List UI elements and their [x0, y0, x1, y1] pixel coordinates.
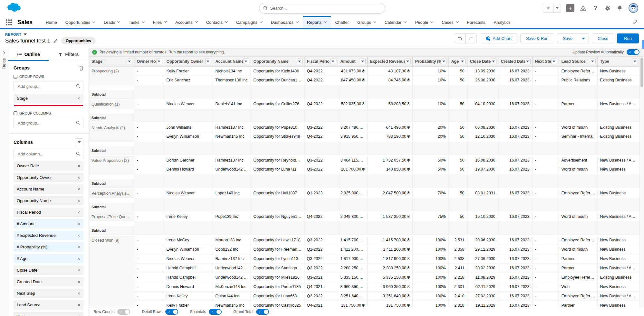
detail-rows-switch[interactable]: ✓ [165, 309, 178, 315]
nav-tab-opportunities[interactable]: Opportunities [61, 16, 100, 28]
nav-tab-accounts[interactable]: Accounts [171, 16, 202, 28]
remove-icon[interactable]: × [77, 175, 80, 180]
save-dropdown-icon[interactable] [578, 33, 589, 43]
column-pill-lead-source[interactable]: Lead Source× [14, 300, 83, 310]
column-header-close-date[interactable]: Close Date [467, 57, 498, 66]
add-group-input[interactable] [14, 81, 83, 91]
column-pill-age[interactable]: # Age× [14, 254, 83, 263]
column-header-owner-role[interactable]: Owner Role [134, 57, 164, 66]
save-and-run-button[interactable]: Save & Run [520, 33, 554, 43]
close-button[interactable]: Close [592, 33, 614, 43]
nav-tab-tasks[interactable]: Tasks [124, 16, 149, 28]
column-menu-icon[interactable] [243, 59, 249, 64]
column-menu-icon[interactable] [297, 59, 303, 64]
columns-menu-button[interactable] [75, 138, 83, 146]
remove-icon[interactable]: × [77, 221, 80, 226]
add-group-columns-input[interactable] [14, 118, 83, 128]
favorites-star-icon[interactable]: ★ [543, 4, 554, 13]
nav-tab-reports[interactable]: Reports [303, 16, 331, 28]
column-header-account-name[interactable]: Account Name [213, 57, 251, 66]
trailhead-icon[interactable] [580, 5, 587, 12]
app-launcher-icon[interactable] [6, 19, 12, 25]
remove-icon[interactable]: × [77, 256, 80, 261]
column-header-age[interactable]: Age [448, 57, 467, 66]
salesforce-logo[interactable] [6, 2, 23, 14]
nav-tab-analytics[interactable]: Analytics [490, 16, 515, 28]
nav-tab-cases[interactable]: Cases [437, 16, 463, 28]
column-menu-icon[interactable] [590, 59, 596, 64]
subtotals-switch[interactable]: ✓ [209, 309, 222, 315]
grand-total-switch[interactable]: ✓ [256, 309, 269, 315]
nav-tab-calendar[interactable]: Calendar [380, 16, 411, 28]
avatar[interactable] [629, 3, 638, 13]
column-menu-icon[interactable] [525, 59, 531, 64]
remove-icon[interactable]: × [77, 163, 80, 168]
nav-tab-contacts[interactable]: Contacts [202, 16, 232, 28]
nav-tab-leads[interactable]: Leads [100, 16, 124, 28]
column-header-lead-source[interactable]: Lead Source [559, 57, 597, 66]
remove-icon[interactable]: × [77, 187, 80, 191]
update-preview-toggle[interactable]: ✓ [627, 49, 639, 55]
column-pill-opportunity-owner[interactable]: Opportunity Owner× [14, 173, 83, 182]
favorites-dropdown-icon[interactable] [554, 4, 561, 13]
column-header-type[interactable]: Type [597, 57, 639, 66]
column-pill-expected-revenue[interactable]: # Expected Revenue× [14, 231, 83, 240]
column-menu-icon[interactable] [632, 59, 638, 64]
nav-tab-groups[interactable]: Groups [353, 16, 380, 28]
column-menu-icon[interactable] [551, 59, 557, 64]
remove-icon[interactable]: × [77, 96, 80, 101]
column-pill-fiscal-period[interactable]: Fiscal Period× [14, 208, 83, 217]
column-pill-created-date[interactable]: Created Date× [14, 277, 83, 286]
column-header-fiscal-period[interactable]: Fiscal Period [304, 57, 338, 66]
column-menu-icon[interactable] [491, 59, 496, 64]
row-group-pill-stage[interactable]: Stage× [14, 94, 83, 103]
column-header-stage[interactable]: Stage↑ [89, 57, 134, 66]
column-menu-icon[interactable] [330, 59, 336, 64]
column-header-amount[interactable]: Amount [338, 57, 367, 66]
remove-icon[interactable]: × [77, 233, 80, 238]
remove-icon[interactable]: × [77, 302, 80, 307]
add-chart-button[interactable]: Add Chart [480, 33, 517, 43]
column-menu-icon[interactable] [127, 59, 132, 64]
column-header-opportunity-name[interactable]: Opportunity Name [251, 57, 304, 66]
nav-tab-home[interactable]: Home [42, 16, 61, 28]
column-menu-icon[interactable] [460, 59, 466, 64]
setup-gear-icon[interactable] [604, 5, 611, 12]
remove-icon[interactable]: × [77, 268, 80, 273]
column-menu-icon[interactable] [360, 59, 366, 64]
nav-tab-chatter[interactable]: Chatter [331, 16, 353, 28]
column-pill-account-name[interactable]: Account Name× [14, 184, 83, 194]
help-icon[interactable]: ? [592, 5, 599, 12]
nav-tab-people[interactable]: People [411, 16, 437, 28]
column-header-probability[interactable]: Probability (%) [412, 57, 448, 66]
column-menu-icon[interactable] [205, 59, 211, 64]
notifications-bell-icon[interactable] [616, 5, 623, 12]
undo-button[interactable] [454, 33, 466, 43]
column-header-opportunity-owner[interactable]: Opportunity Owner [164, 57, 213, 66]
column-header-created-date[interactable]: Created Date [498, 57, 532, 66]
column-pill-next-step[interactable]: Next Step× [14, 289, 83, 298]
redo-button[interactable] [465, 33, 477, 43]
tab-filters[interactable]: Filters [49, 48, 89, 61]
column-menu-icon[interactable] [405, 59, 411, 64]
column-menu-icon[interactable] [156, 59, 162, 64]
nav-tab-campaigns[interactable]: Campaigns [232, 16, 267, 28]
expand-panel-icon[interactable] [3, 51, 5, 54]
add-column-input[interactable] [14, 149, 83, 159]
fields-panel-collapsed[interactable]: Fields [0, 48, 8, 316]
remove-icon[interactable]: × [77, 245, 80, 249]
column-pill-opportunity-name[interactable]: Opportunity Name× [14, 196, 83, 205]
vertical-scrollbar[interactable] [639, 57, 644, 307]
pencil-icon[interactable] [633, 19, 638, 25]
column-header-next-step[interactable]: Next Step [532, 57, 559, 66]
column-pill-probability[interactable]: # Probability (%)× [14, 242, 83, 252]
column-pill-close-date[interactable]: Close Date× [14, 265, 83, 275]
global-actions-icon[interactable]: + [566, 4, 574, 12]
column-pill-type[interactable]: Type× [14, 312, 83, 316]
column-header-expected-revenue[interactable]: Expected Revenue [367, 57, 412, 66]
remove-icon[interactable]: × [77, 198, 80, 203]
column-pill-owner-role[interactable]: Owner Role× [14, 161, 83, 171]
nav-tab-files[interactable]: Files [149, 16, 171, 28]
remove-icon[interactable]: × [77, 314, 80, 316]
nav-tab-dashboards[interactable]: Dashboards [267, 16, 303, 28]
